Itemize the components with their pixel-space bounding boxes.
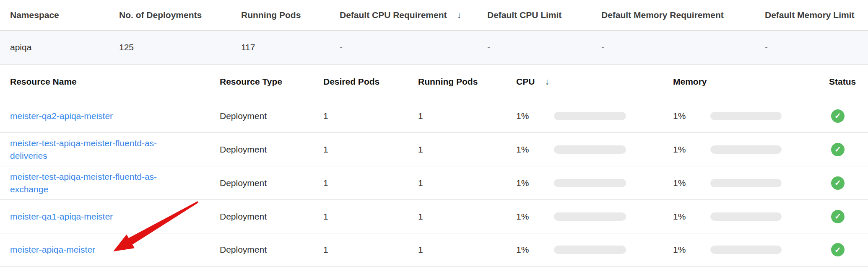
sort-desc-icon[interactable]: ↓ (457, 10, 462, 20)
cpu-progress-bar (554, 212, 626, 221)
namespace-table-header: Namespace No. of Deployments Running Pod… (0, 0, 868, 30)
running-pods: 1 (418, 178, 516, 188)
memory-progress-bar (710, 212, 782, 221)
column-header-default-cpu-requirement[interactable]: Default CPU Requirement ↓ (340, 10, 487, 20)
column-header-running-pods[interactable]: Running Pods (241, 10, 340, 20)
running-pods: 1 (418, 245, 516, 255)
memory-percent-label: 1% (673, 111, 710, 121)
cpu-progress-bar (554, 246, 626, 254)
namespace-name: apiqa (10, 42, 119, 52)
namespace-deployments-page: Namespace No. of Deployments Running Pod… (0, 0, 868, 269)
cpu-percent-label: 1% (516, 111, 554, 121)
resource-type: Deployment (220, 178, 323, 188)
desired-pods: 1 (323, 245, 418, 255)
table-row: meister-qa1-apiqa-meister Deployment 1 1… (0, 199, 868, 233)
column-header-deployments[interactable]: No. of Deployments (119, 10, 241, 20)
default-memory-requirement-value: - (601, 42, 765, 52)
status-success-icon: ✓ (831, 210, 845, 223)
column-header-resource-type[interactable]: Resource Type (220, 77, 323, 87)
resource-link[interactable]: meister-qa2-apiqa-meister (10, 110, 113, 122)
cpu-progress-bar (554, 112, 626, 120)
cpu-progress-bar (554, 179, 626, 187)
running-pods: 1 (418, 145, 516, 155)
resource-type: Deployment (220, 245, 323, 255)
memory-progress-bar (710, 246, 782, 254)
memory-usage: 1% (673, 245, 829, 255)
memory-usage: 1% (673, 111, 829, 121)
column-header-resource-name[interactable]: Resource Name (10, 77, 220, 87)
desired-pods: 1 (323, 145, 418, 155)
deployments-count: 125 (119, 42, 241, 52)
resource-type: Deployment (220, 111, 323, 121)
status-success-icon: ✓ (831, 243, 845, 256)
column-header-cpu[interactable]: CPU ↓ (516, 77, 673, 87)
default-cpu-requirement-value: - (340, 42, 487, 52)
resource-link[interactable]: meister-test-apiqa-meister-fluentd-as-de… (10, 137, 167, 162)
cpu-percent-label: 1% (516, 245, 554, 255)
cpu-usage: 1% (516, 145, 673, 155)
default-memory-limit-value: - (765, 42, 868, 52)
default-cpu-limit-value: - (487, 42, 601, 52)
memory-percent-label: 1% (673, 145, 710, 155)
memory-percent-label: 1% (673, 245, 710, 255)
resource-link[interactable]: meister-qa1-apiqa-meister (10, 210, 113, 223)
table-row: meister-test-apiqa-meister-fluentd-as-ex… (0, 166, 868, 199)
column-header-running-pods[interactable]: Running Pods (418, 77, 516, 87)
column-header-namespace[interactable]: Namespace (10, 10, 119, 20)
status-success-icon: ✓ (831, 143, 845, 156)
memory-percent-label: 1% (673, 178, 710, 188)
cpu-progress-bar (554, 145, 626, 154)
cpu-usage: 1% (516, 111, 673, 121)
desired-pods: 1 (323, 111, 418, 121)
cpu-usage: 1% (516, 178, 673, 188)
cpu-percent-label: 1% (516, 178, 554, 188)
memory-percent-label: 1% (673, 212, 710, 222)
column-header-default-memory-limit[interactable]: Default Memory Limit (765, 10, 868, 20)
column-header-default-cpu-limit[interactable]: Default CPU Limit (487, 10, 601, 20)
memory-usage: 1% (673, 212, 829, 222)
resource-link[interactable]: meister-test-apiqa-meister-fluentd-as-ex… (10, 171, 167, 196)
running-pods: 1 (418, 212, 516, 222)
memory-usage: 1% (673, 178, 829, 188)
namespace-row-apiqa[interactable]: apiqa 125 117 - - - - (0, 30, 868, 65)
memory-usage: 1% (673, 145, 829, 155)
column-header-status[interactable]: Status (829, 77, 868, 87)
resource-type: Deployment (220, 145, 323, 155)
resource-link-meister-apiqa-meister[interactable]: meister-apiqa-meister (10, 243, 95, 256)
sort-desc-icon[interactable]: ↓ (545, 77, 549, 87)
desired-pods: 1 (323, 178, 418, 188)
desired-pods: 1 (323, 212, 418, 222)
cpu-usage: 1% (516, 245, 673, 255)
memory-progress-bar (710, 145, 782, 154)
resource-type: Deployment (220, 212, 323, 222)
cpu-percent-label: 1% (516, 145, 554, 155)
table-row: meister-qa2-apiqa-meister Deployment 1 1… (0, 99, 868, 132)
memory-progress-bar (710, 112, 782, 120)
running-pods-count: 117 (241, 42, 340, 52)
resource-table-header: Resource Name Resource Type Desired Pods… (0, 65, 868, 99)
table-row: meister-test-apiqa-meister-fluentd-as-de… (0, 132, 868, 166)
table-row: meister-apiqa-meister Deployment 1 1 1% … (0, 233, 868, 266)
status-success-icon: ✓ (831, 109, 845, 123)
column-header-desired-pods[interactable]: Desired Pods (323, 77, 418, 87)
running-pods: 1 (418, 111, 516, 121)
cpu-usage: 1% (516, 212, 673, 222)
memory-progress-bar (710, 179, 782, 187)
column-header-default-memory-requirement[interactable]: Default Memory Requirement (601, 10, 765, 20)
column-header-memory[interactable]: Memory (673, 77, 829, 87)
cpu-percent-label: 1% (516, 212, 554, 222)
status-success-icon: ✓ (831, 176, 845, 190)
